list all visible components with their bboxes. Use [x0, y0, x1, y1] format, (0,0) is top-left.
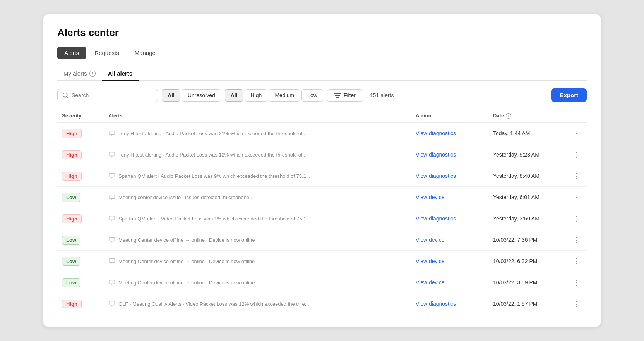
date-info-icon: i	[506, 113, 511, 119]
table-row: LowMeeting Center device offline → onlin…	[57, 272, 587, 293]
filter-high[interactable]: High	[245, 89, 268, 102]
col-header-severity: Severity	[57, 110, 104, 123]
severity-cell: High	[57, 208, 104, 229]
tab-manage[interactable]: Manage	[128, 46, 163, 59]
tab-alerts[interactable]: Alerts	[57, 46, 86, 59]
action-cell: View device	[411, 187, 488, 208]
table-container: Severity Alerts Action Date i HighTony H…	[57, 110, 587, 314]
alert-device-icon	[108, 300, 115, 308]
sub-tabs: My alerts i All alerts	[57, 67, 587, 81]
view-diagnostics-link[interactable]: View diagnostics	[416, 130, 456, 136]
more-menu-cell: ⋮	[566, 144, 587, 165]
top-tabs: Alerts Requests Manage	[57, 46, 587, 59]
view-device-link[interactable]: View device	[416, 279, 444, 286]
view-diagnostics-link[interactable]: View diagnostics	[416, 215, 456, 222]
alert-device-icon	[108, 193, 115, 202]
action-cell: View diagnostics	[411, 293, 488, 315]
alert-description: Spartan QM alert · Audio Packet Loss was…	[118, 173, 310, 179]
action-cell: View device	[411, 272, 488, 293]
search-input[interactable]	[72, 92, 153, 98]
date-value: Yesterday, 8:40 AM	[493, 173, 540, 179]
severity-cell: Low	[57, 272, 104, 293]
view-device-link[interactable]: View device	[416, 258, 444, 264]
more-menu-button[interactable]: ⋮	[570, 277, 582, 288]
severity-cell: High	[57, 293, 104, 315]
col-header-date: Date i	[488, 110, 566, 123]
view-diagnostics-link[interactable]: View diagnostics	[416, 152, 456, 158]
alert-description: GLF · Meeting Quality Alerts · Video Pac…	[118, 301, 309, 307]
severity-filter-group: All High Medium Low	[225, 89, 323, 102]
severity-badge: High	[62, 172, 82, 181]
date-value: 10/03/22, 3:59 PM	[493, 279, 537, 286]
alerts-center-card: Alerts center Alerts Requests Manage My …	[43, 14, 601, 327]
date-cell: 10/03/22, 6:32 PM	[488, 251, 566, 272]
date-cell: Yesterday, 3:50 AM	[488, 208, 566, 229]
severity-badge: High	[62, 129, 82, 138]
view-device-link[interactable]: View device	[416, 194, 444, 200]
alert-device-icon	[108, 257, 115, 265]
alert-device-icon	[108, 172, 115, 180]
more-menu-button[interactable]: ⋮	[570, 235, 582, 245]
more-menu-button[interactable]: ⋮	[570, 171, 582, 181]
filter-unresolved[interactable]: Unresolved	[182, 89, 221, 102]
search-box	[57, 89, 158, 102]
severity-cell: Low	[57, 229, 104, 251]
col-header-alerts: Alerts	[104, 110, 411, 123]
subtab-my-alerts-label: My alerts	[63, 70, 87, 77]
alert-text-cell: Meeting Center device offline → online ·…	[104, 272, 411, 293]
action-cell: View diagnostics	[411, 165, 488, 187]
filter-medium[interactable]: Medium	[269, 89, 300, 102]
more-menu-button[interactable]: ⋮	[570, 299, 582, 309]
severity-cell: Low	[57, 187, 104, 208]
action-cell: View device	[411, 229, 488, 251]
view-diagnostics-link[interactable]: View diagnostics	[416, 301, 456, 307]
more-menu-button[interactable]: ⋮	[570, 150, 582, 160]
filter-low[interactable]: Low	[301, 89, 323, 102]
svg-rect-26	[109, 280, 115, 284]
subtab-all-alerts-label: All alerts	[108, 70, 132, 77]
view-device-link[interactable]: View device	[416, 237, 444, 243]
filter-button[interactable]: Filter	[327, 89, 363, 102]
more-menu-button[interactable]: ⋮	[570, 192, 582, 202]
severity-badge: High	[62, 150, 82, 159]
more-menu-cell: ⋮	[566, 165, 587, 187]
page-title: Alerts center	[57, 27, 587, 39]
table-row: LowMeeting Center device offline → onlin…	[57, 251, 587, 272]
alert-text-cell: Tony H test alerting · Audio Packet Loss…	[104, 123, 411, 144]
filter-all-severity[interactable]: All	[225, 89, 243, 102]
date-cell: 10/03/22, 7:36 PM	[488, 229, 566, 251]
subtab-my-alerts[interactable]: My alerts i	[57, 67, 102, 81]
filter-icon	[334, 93, 341, 98]
alerts-count: 151 alerts	[370, 92, 394, 98]
alert-description: Tony H test alerting · Audio Packet Loss…	[118, 152, 307, 158]
severity-cell: Low	[57, 251, 104, 272]
search-icon	[62, 92, 69, 98]
date-cell: Today, 1:44 AM	[488, 123, 566, 144]
severity-badge: Low	[62, 278, 80, 287]
severity-badge: High	[62, 300, 82, 308]
svg-rect-11	[109, 173, 115, 177]
more-menu-button[interactable]: ⋮	[570, 256, 582, 266]
date-value: Yesterday, 3:50 AM	[493, 215, 540, 222]
alerts-table: Severity Alerts Action Date i HighTony H…	[57, 110, 587, 314]
view-diagnostics-link[interactable]: View diagnostics	[416, 173, 456, 179]
subtab-all-alerts[interactable]: All alerts	[102, 67, 139, 81]
filter-all-status[interactable]: All	[162, 89, 180, 102]
date-cell: 10/03/22, 3:59 PM	[488, 272, 566, 293]
more-menu-cell: ⋮	[566, 251, 587, 272]
severity-badge: Low	[62, 193, 80, 202]
alert-device-icon	[108, 215, 115, 223]
severity-cell: High	[57, 123, 104, 144]
action-cell: View diagnostics	[411, 123, 488, 144]
more-menu-button[interactable]: ⋮	[570, 128, 582, 138]
action-cell: View diagnostics	[411, 144, 488, 165]
my-alerts-info-icon: i	[89, 71, 96, 77]
tab-requests[interactable]: Requests	[87, 46, 126, 59]
severity-badge: High	[62, 214, 82, 223]
svg-rect-8	[109, 152, 115, 156]
export-button[interactable]: Export	[551, 88, 587, 102]
more-menu-button[interactable]: ⋮	[570, 214, 582, 224]
alert-description: Meeting center device issue · Issues det…	[118, 195, 253, 200]
action-cell: View diagnostics	[411, 208, 488, 229]
date-value: 10/03/22, 1:57 PM	[493, 301, 537, 307]
